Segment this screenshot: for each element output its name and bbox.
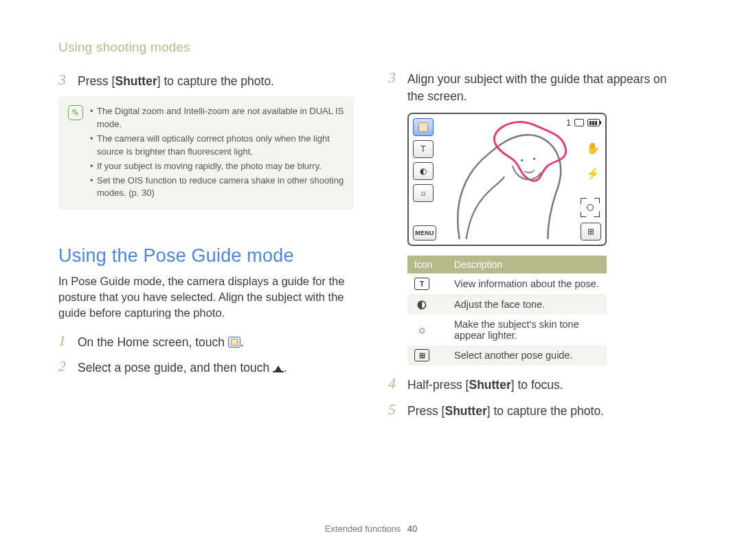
pose-guide-home-icon bbox=[228, 337, 240, 348]
flash-icon: ⚡ bbox=[586, 167, 600, 180]
memory-card-icon bbox=[574, 119, 584, 126]
note-icon: ✎ bbox=[68, 105, 83, 120]
table-row: ☼ Make the subject's skin tone appear li… bbox=[407, 315, 607, 345]
face-tone-icon: ◐ bbox=[413, 162, 434, 180]
pose-select-icon: ⊞ bbox=[581, 223, 601, 240]
step-text-pre: On the Home screen, touch bbox=[78, 335, 228, 349]
page: Using shooting modes 3 Press [Shutter] t… bbox=[0, 0, 742, 427]
step-number: 4 bbox=[388, 375, 401, 392]
cell-desc: Select another pose guide. bbox=[447, 345, 607, 366]
screen-wrap: T ◐ ☼ MENU 1 ✋ ⚡ ⊞ bbox=[388, 113, 684, 366]
step-number: 1 bbox=[58, 333, 71, 349]
note-item: Set the OIS function to reduce camera sh… bbox=[90, 175, 344, 201]
step-text-bold: Shutter bbox=[115, 74, 157, 88]
camera-screen: T ◐ ☼ MENU 1 ✋ ⚡ ⊞ bbox=[407, 113, 607, 246]
cell-icon: T bbox=[407, 273, 447, 294]
screen-left-icons: T ◐ ☼ MENU bbox=[413, 118, 436, 240]
cell-desc: Adjust the face tone. bbox=[447, 294, 607, 315]
step-text-post: . bbox=[284, 361, 287, 374]
step-text-post: . bbox=[240, 335, 244, 349]
eye-right bbox=[533, 158, 535, 160]
step-text-pre: Press [ bbox=[407, 404, 445, 418]
heading-pose-guide: Using the Pose Guide mode bbox=[58, 245, 354, 267]
cell-desc: Make the subject's skin tone appear ligh… bbox=[447, 315, 607, 345]
pose-info-icon: T bbox=[414, 278, 429, 290]
note-item: The Digital zoom and Intelli-zoom are no… bbox=[90, 105, 344, 131]
th-description: Description bbox=[447, 256, 607, 273]
step-text: On the Home screen, touch . bbox=[78, 333, 354, 351]
left-step-1: 1 On the Home screen, touch . bbox=[58, 333, 354, 351]
pose-silhouette-svg bbox=[439, 118, 575, 240]
step-text: Align your subject with the guide that a… bbox=[407, 69, 684, 106]
right-step-3: 3 Align your subject with the guide that… bbox=[388, 69, 684, 106]
step-text-bold: Shutter bbox=[469, 378, 510, 392]
cell-icon: ⊞ bbox=[407, 345, 447, 366]
eye-left bbox=[521, 159, 523, 161]
icon-description-table: Icon Description T View information abou… bbox=[407, 256, 607, 366]
pose-guide-mode-icon bbox=[413, 118, 434, 136]
step-text: Press [Shutter] to capture the photo. bbox=[78, 71, 354, 90]
focus-frame-icon bbox=[581, 198, 600, 217]
skin-lighten-icon: ☼ bbox=[414, 324, 429, 336]
mouth bbox=[525, 170, 535, 172]
step-text-pre: Press [ bbox=[78, 74, 115, 88]
right-step-5: 5 Press [Shutter] to capture the photo. bbox=[388, 401, 684, 420]
note-box: ✎ The Digital zoom and Intelli-zoom are … bbox=[58, 97, 354, 210]
step-text-post: ] to focus. bbox=[511, 378, 563, 392]
battery-icon bbox=[587, 119, 600, 126]
menu-button: MENU bbox=[413, 225, 436, 240]
skin-lighten-icon: ☼ bbox=[413, 184, 434, 202]
ois-icon: ✋ bbox=[586, 142, 600, 155]
cell-icon: ◐ bbox=[407, 294, 447, 315]
face-tone-icon: ◐ bbox=[414, 298, 429, 311]
th-icon: Icon bbox=[407, 256, 447, 273]
left-column: Using shooting modes 3 Press [Shutter] t… bbox=[58, 40, 354, 427]
cell-icon: ☼ bbox=[407, 315, 447, 345]
step-text-pre: Select a pose guide, and then touch bbox=[78, 361, 273, 374]
arm-outline bbox=[466, 177, 504, 239]
step-text: Press [Shutter] to capture the photo. bbox=[407, 401, 684, 420]
right-step-4: 4 Half-press [Shutter] to focus. bbox=[388, 375, 684, 394]
step-number: 3 bbox=[58, 71, 71, 88]
spacer bbox=[388, 40, 684, 69]
footer-label: Extended functions bbox=[325, 524, 401, 534]
screen-right-icons: ✋ ⚡ bbox=[586, 142, 600, 180]
left-step-2: 2 Select a pose guide, and then touch . bbox=[58, 358, 354, 377]
table-header-row: Icon Description bbox=[407, 256, 607, 273]
step-text-post: ] to capture the photo. bbox=[487, 404, 604, 418]
intro-paragraph: In Pose Guide mode, the camera displays … bbox=[58, 273, 354, 321]
left-step-3: 3 Press [Shutter] to capture the photo. bbox=[58, 71, 354, 90]
step-text: Half-press [Shutter] to focus. bbox=[407, 375, 684, 394]
step-text-bold: Shutter bbox=[445, 404, 486, 418]
step-number: 5 bbox=[388, 401, 401, 418]
step-number: 2 bbox=[58, 358, 71, 374]
table-row: T View information about the pose. bbox=[407, 273, 607, 294]
body-outline bbox=[458, 135, 561, 239]
pose-silhouette bbox=[439, 118, 575, 240]
section-label: Using shooting modes bbox=[58, 40, 354, 55]
note-list: The Digital zoom and Intelli-zoom are no… bbox=[90, 105, 344, 201]
step-text-pre: Half-press [ bbox=[407, 378, 469, 392]
step-text: Select a pose guide, and then touch . bbox=[78, 358, 354, 377]
note-item: If your subject is moving rapidly, the p… bbox=[90, 160, 344, 173]
pose-info-icon: T bbox=[413, 140, 434, 158]
step-number: 3 bbox=[388, 69, 401, 86]
note-item: The camera will optically correct photos… bbox=[90, 133, 344, 159]
page-number: 40 bbox=[407, 524, 417, 534]
table-row: ◐ Adjust the face tone. bbox=[407, 294, 607, 315]
spacer bbox=[388, 366, 684, 375]
cell-desc: View information about the pose. bbox=[447, 273, 607, 294]
confirm-icon bbox=[273, 364, 284, 372]
page-footer: Extended functions 40 bbox=[0, 524, 742, 534]
table-row: ⊞ Select another pose guide. bbox=[407, 345, 607, 366]
step-text-post: ] to capture the photo. bbox=[157, 74, 274, 88]
right-column: 3 Align your subject with the guide that… bbox=[388, 40, 684, 427]
pose-select-icon: ⊞ bbox=[414, 349, 429, 361]
